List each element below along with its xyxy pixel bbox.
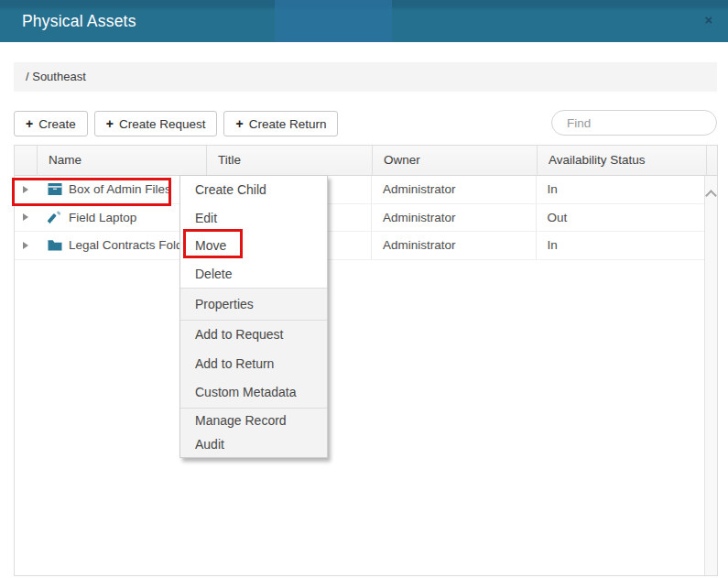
menu-item-properties[interactable]: Properties [180,289,327,320]
context-menu: Create Child Edit Move Delete Properties… [179,175,328,458]
asset-name: Field Laptop [69,211,136,224]
header-availability-status[interactable]: Availability Status [537,146,706,176]
owner-cell: Administrator [371,176,536,203]
header-expand-column [15,146,37,176]
table-row[interactable]: Legal Contracts Folder Administrator In [15,232,704,260]
close-icon[interactable]: × [700,0,718,42]
plus-icon: + [26,116,33,131]
asset-name: Box of Admin Files [69,182,171,196]
header-title[interactable]: Title [206,146,372,176]
assets-grid: Name Title Owner Availability Status Box… [14,145,718,576]
pencil-icon [48,211,62,224]
toolbar: + Create + Create Request + Create Retur… [14,111,338,136]
expand-cell[interactable] [15,232,37,259]
expand-cell[interactable] [15,176,37,203]
table-row[interactable]: Field Laptop Administrator Out [15,204,704,233]
context-menu-group: Properties [180,288,327,320]
menu-item-edit[interactable]: Edit [180,204,327,233]
asset-name: Legal Contracts Folder [69,238,194,252]
menu-item-move[interactable]: Move [180,232,327,260]
menu-item-add-to-return[interactable]: Add to Return [180,350,327,379]
create-button-label: Create [38,117,76,131]
table-row[interactable]: Box of Admin Files Administrator In [15,176,704,204]
scroll-up-icon[interactable] [707,189,715,197]
find-input[interactable] [551,110,717,136]
dialog-title: Physical Assets [22,0,136,42]
expand-cell[interactable] [15,204,37,232]
menu-item-audit[interactable]: Audit [180,432,327,457]
breadcrumb[interactable]: / Southeast [14,62,717,92]
grid-header-row: Name Title Owner Availability Status [15,146,717,176]
menu-item-manage-record[interactable]: Manage Record [180,409,327,433]
context-menu-group: Create Child Edit Move Delete [180,176,327,288]
header-owner[interactable]: Owner [372,146,537,176]
plus-icon: + [235,116,243,131]
menu-item-custom-metadata[interactable]: Custom Metadata [180,378,327,408]
menu-item-create-child[interactable]: Create Child [180,176,327,204]
header-scroll-spacer [706,146,717,176]
create-return-button-label: Create Return [249,117,327,131]
owner-cell: Administrator [371,232,536,259]
vertical-scrollbar[interactable] [704,176,717,575]
dialog-titlebar: Physical Assets × [0,0,728,42]
header-name[interactable]: Name [37,146,206,176]
expand-arrow-icon[interactable] [23,213,28,221]
create-return-button[interactable]: + Create Return [223,111,338,136]
folder-icon [48,238,62,252]
create-button[interactable]: + Create [14,111,88,136]
availability-cell: In [536,232,705,259]
archive-box-icon [48,182,62,196]
context-menu-group: Add to Request Add to Return Custom Meta… [180,320,327,408]
availability-cell: Out [536,204,705,232]
plus-icon: + [106,116,114,131]
titlebar-highlight-block [275,0,392,42]
menu-item-add-to-request[interactable]: Add to Request [180,321,327,350]
owner-cell: Administrator [371,204,536,232]
grid-body: Box of Admin Files Administrator In Fiel… [15,176,704,575]
availability-cell: In [536,176,705,203]
expand-arrow-icon[interactable] [23,242,28,249]
create-request-button-label: Create Request [119,117,206,131]
expand-arrow-icon[interactable] [23,186,28,193]
context-menu-group: Manage Record Audit [180,408,327,457]
menu-item-delete[interactable]: Delete [180,260,327,289]
create-request-button[interactable]: + Create Request [94,111,218,136]
